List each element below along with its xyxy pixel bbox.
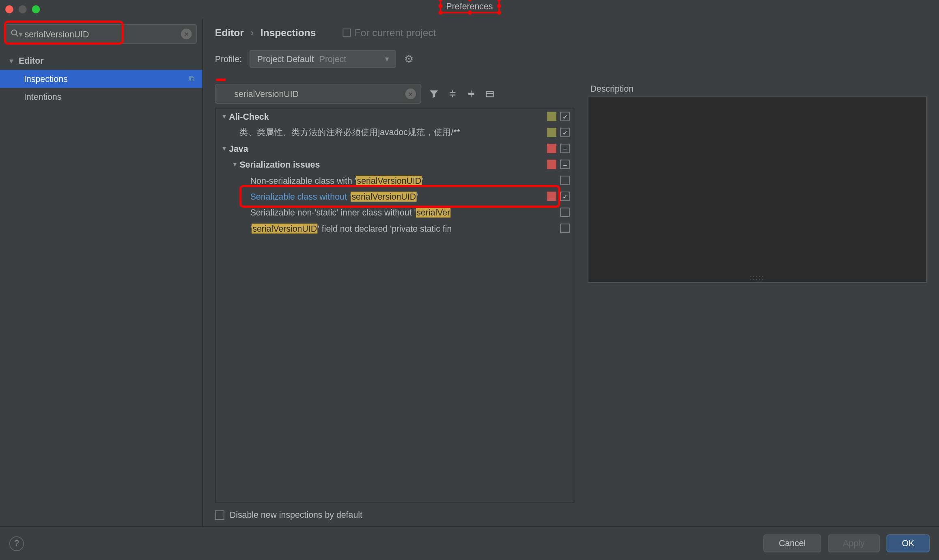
tree-label: 'serialVersionUID' field not declared 'p… xyxy=(250,223,545,233)
maximize-window-button[interactable] xyxy=(32,5,40,13)
severity-indicator xyxy=(547,160,556,169)
svg-point-0 xyxy=(12,30,17,35)
severity-indicator xyxy=(547,128,556,137)
severity-indicator xyxy=(547,144,556,153)
search-icon: ▾ xyxy=(11,29,23,39)
scope-icon xyxy=(342,28,351,37)
severity-indicator xyxy=(547,208,556,217)
tree-group-serialization[interactable]: ▼ Serialization issues xyxy=(215,156,573,172)
inspection-checkbox[interactable] xyxy=(560,192,570,201)
expand-all-icon[interactable] xyxy=(446,88,459,100)
severity-indicator xyxy=(547,112,556,121)
severity-indicator xyxy=(547,176,556,185)
disclosure-triangle-icon: ▼ xyxy=(230,161,239,168)
profile-dropdown[interactable]: Project Default Project ▼ xyxy=(250,50,396,68)
severity-indicator xyxy=(547,192,556,201)
profile-suffix: Project xyxy=(319,54,346,64)
scope-label: For current project xyxy=(355,27,436,38)
clear-search-icon[interactable]: ✕ xyxy=(181,29,192,39)
tree-group-java[interactable]: ▼ Java xyxy=(215,140,573,156)
profile-label: Profile: xyxy=(215,54,242,64)
tree-label: Serializable non-'static' inner class wi… xyxy=(250,207,545,218)
disclosure-triangle-icon: ▼ xyxy=(8,57,15,65)
sidebar-item-label: Inspections xyxy=(24,74,68,84)
inspection-tree[interactable]: ▼ Ali-Check 类、类属性、类方法的注释必须使用javadoc规范，使用… xyxy=(215,108,575,503)
preferences-search-input[interactable] xyxy=(5,24,197,44)
disclosure-triangle-icon: ▼ xyxy=(220,145,229,152)
inspection-checkbox[interactable] xyxy=(560,176,570,185)
annotation-mark xyxy=(216,79,226,82)
tree-label: 类、类属性、类方法的注释必须使用javadoc规范，使用/** xyxy=(239,127,544,139)
chevron-down-icon: ▼ xyxy=(384,55,390,62)
preferences-sidebar: ▾ ✕ ▼ Editor Inspections ⧉ Intentions xyxy=(0,19,203,526)
tree-label: Non-serializable class with 'serialVersi… xyxy=(250,175,545,185)
inspection-checkbox[interactable] xyxy=(560,224,570,233)
tree-label: Ali-Check xyxy=(229,112,544,122)
tree-label: Serialization issues xyxy=(239,159,544,170)
title-annotation: Preferences xyxy=(439,0,500,13)
title-bar: Preferences xyxy=(0,0,939,19)
clear-search-icon[interactable]: ✕ xyxy=(405,88,416,99)
reset-icon[interactable] xyxy=(484,88,496,100)
sidebar-group-label: Editor xyxy=(19,56,44,66)
description-panel: ::::: xyxy=(588,97,927,283)
inspection-checkbox[interactable] xyxy=(560,128,570,137)
disable-new-checkbox[interactable] xyxy=(215,510,224,519)
inspection-checkbox[interactable] xyxy=(560,144,570,153)
window-title: Preferences xyxy=(446,1,493,11)
tree-item-alicheck-1[interactable]: 类、类属性、类方法的注释必须使用javadoc规范，使用/** xyxy=(215,125,573,140)
sidebar-item-intentions[interactable]: Intentions xyxy=(0,88,202,106)
breadcrumb-inspections: Inspections xyxy=(261,27,316,38)
window-controls xyxy=(5,5,40,13)
resize-grip-icon[interactable]: ::::: xyxy=(750,274,765,281)
tree-item-nonstatic-inner[interactable]: Serializable non-'static' inner class wi… xyxy=(215,204,573,220)
severity-indicator xyxy=(547,224,556,233)
breadcrumb: Editor › Inspections For current project xyxy=(215,27,927,38)
scope-indicator: For current project xyxy=(342,27,436,38)
tree-item-serializable-without[interactable]: Serializable class without 'serialVersio… xyxy=(215,188,573,204)
close-window-button[interactable] xyxy=(5,5,13,13)
collapse-all-icon[interactable] xyxy=(465,88,477,100)
description-label: Description xyxy=(588,84,927,94)
inspection-checkbox[interactable] xyxy=(560,112,570,121)
copy-profile-icon: ⧉ xyxy=(189,75,194,83)
sidebar-item-label: Intentions xyxy=(24,92,61,102)
sidebar-item-inspections[interactable]: Inspections ⧉ xyxy=(0,70,202,88)
preferences-content: Editor › Inspections For current project… xyxy=(203,19,939,526)
ok-button[interactable]: OK xyxy=(887,534,930,552)
inspection-checkbox[interactable] xyxy=(560,160,570,169)
profile-settings-icon[interactable]: ⚙ xyxy=(404,53,414,65)
svg-line-1 xyxy=(16,34,18,37)
profile-value: Project Default xyxy=(257,54,314,64)
tree-group-alicheck[interactable]: ▼ Ali-Check xyxy=(215,108,573,124)
help-button[interactable]: ? xyxy=(9,536,24,551)
inspection-search-input[interactable] xyxy=(215,84,421,104)
svg-rect-4 xyxy=(486,92,493,97)
breadcrumb-separator: › xyxy=(250,27,254,38)
sidebar-group-editor[interactable]: ▼ Editor xyxy=(0,52,202,70)
tree-label: Serializable class without 'serialVersio… xyxy=(250,192,545,202)
minimize-window-button[interactable] xyxy=(19,5,27,13)
disable-new-label: Disable new inspections by default xyxy=(230,510,362,520)
dialog-footer: ? Cancel Apply OK xyxy=(0,526,939,560)
inspection-checkbox[interactable] xyxy=(560,208,570,217)
filter-icon[interactable] xyxy=(428,88,440,100)
tree-item-nonserializable[interactable]: Non-serializable class with 'serialVersi… xyxy=(215,172,573,188)
disclosure-triangle-icon: ▼ xyxy=(220,113,229,120)
tree-label: Java xyxy=(229,143,544,153)
breadcrumb-editor: Editor xyxy=(215,27,244,38)
tree-item-field-not-private[interactable]: 'serialVersionUID' field not declared 'p… xyxy=(215,220,573,236)
cancel-button[interactable]: Cancel xyxy=(763,534,821,552)
apply-button: Apply xyxy=(828,534,880,552)
